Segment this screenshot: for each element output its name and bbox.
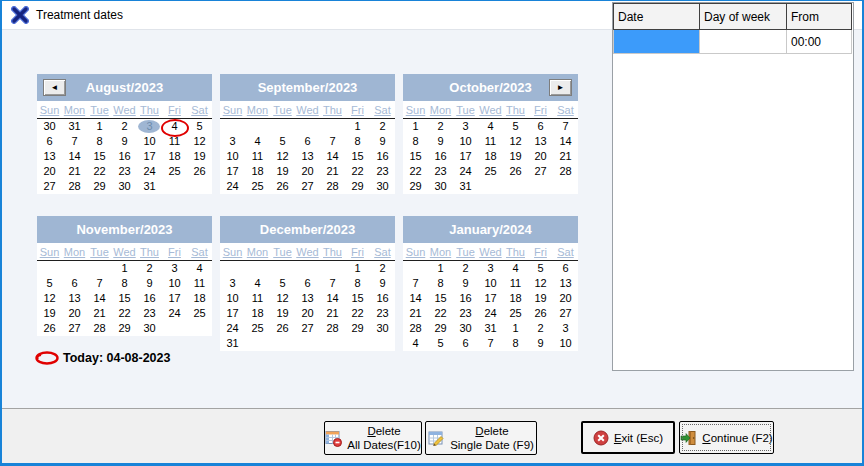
calendar-day[interactable]: 30: [428, 179, 453, 194]
calendar-day[interactable]: 8: [87, 134, 112, 149]
calendar-day[interactable]: 3: [137, 119, 162, 134]
calendar-day[interactable]: 30: [112, 179, 137, 194]
calendar-day[interactable]: 15: [345, 291, 370, 306]
calendar-day[interactable]: 24: [137, 164, 162, 179]
calendar-day[interactable]: 12: [503, 134, 528, 149]
calendar-day[interactable]: 24: [162, 306, 187, 321]
calendar-day[interactable]: 5: [428, 336, 453, 351]
calendar-day[interactable]: 14: [553, 134, 578, 149]
calendar-day[interactable]: 17: [137, 149, 162, 164]
calendar-day[interactable]: 20: [37, 164, 62, 179]
calendar-day[interactable]: 11: [187, 276, 212, 291]
calendar-day[interactable]: 20: [62, 306, 87, 321]
calendar-day[interactable]: 26: [270, 179, 295, 194]
calendar-day[interactable]: 13: [37, 149, 62, 164]
calendar-day[interactable]: 8: [345, 134, 370, 149]
calendar-day[interactable]: 12: [270, 291, 295, 306]
calendar-day[interactable]: 5: [503, 119, 528, 134]
calendar-day[interactable]: 27: [295, 179, 320, 194]
calendar-day[interactable]: 3: [220, 276, 245, 291]
calendar-day[interactable]: 3: [553, 321, 578, 336]
calendar-day[interactable]: 7: [320, 276, 345, 291]
calendar-day[interactable]: 27: [62, 321, 87, 336]
date-cell-selected[interactable]: [614, 30, 700, 54]
day-of-week-cell[interactable]: [700, 30, 787, 54]
calendar-day[interactable]: 1: [428, 261, 453, 276]
calendar-day[interactable]: 22: [345, 164, 370, 179]
calendar-day[interactable]: 22: [345, 306, 370, 321]
calendar-day[interactable]: 25: [187, 306, 212, 321]
calendar-day[interactable]: 19: [270, 306, 295, 321]
calendar-day[interactable]: 23: [137, 306, 162, 321]
calendar-day[interactable]: 9: [428, 134, 453, 149]
calendar-day[interactable]: 3: [162, 261, 187, 276]
calendar-day[interactable]: 2: [112, 119, 137, 134]
calendar-day[interactable]: 31: [478, 321, 503, 336]
calendar-day[interactable]: 4: [503, 261, 528, 276]
calendar-day[interactable]: 11: [245, 291, 270, 306]
calendar-day[interactable]: 30: [453, 321, 478, 336]
calendar-day[interactable]: 9: [528, 336, 553, 351]
calendar-day[interactable]: 11: [162, 134, 187, 149]
calendar-day[interactable]: 23: [428, 164, 453, 179]
calendar-day[interactable]: 13: [295, 291, 320, 306]
exit-button[interactable]: Exit (Esc): [581, 421, 675, 454]
calendar-day[interactable]: 1: [403, 119, 428, 134]
calendar-day[interactable]: 4: [245, 134, 270, 149]
calendar-day[interactable]: 2: [428, 119, 453, 134]
calendar-day[interactable]: 6: [553, 261, 578, 276]
calendar-day[interactable]: 18: [245, 306, 270, 321]
calendar-day[interactable]: 8: [428, 276, 453, 291]
calendar-day[interactable]: 29: [345, 321, 370, 336]
calendar-day[interactable]: 17: [220, 306, 245, 321]
calendar-day[interactable]: 14: [320, 149, 345, 164]
calendar-day[interactable]: 14: [320, 291, 345, 306]
calendar-day[interactable]: 18: [162, 149, 187, 164]
calendar-day[interactable]: 28: [553, 164, 578, 179]
calendar-day[interactable]: 23: [370, 306, 395, 321]
calendar-day[interactable]: 10: [137, 134, 162, 149]
delete-all-dates-button[interactable]: Delete All Dates(F10): [324, 421, 422, 455]
calendar-day[interactable]: 16: [428, 149, 453, 164]
calendar-day[interactable]: 8: [112, 276, 137, 291]
calendar-day[interactable]: 15: [403, 149, 428, 164]
calendar-day[interactable]: 4: [162, 119, 187, 134]
calendar-day[interactable]: 8: [503, 336, 528, 351]
calendar-day[interactable]: 14: [87, 291, 112, 306]
calendar-day[interactable]: 18: [187, 291, 212, 306]
calendar-day[interactable]: 10: [478, 276, 503, 291]
calendar-day[interactable]: 29: [403, 179, 428, 194]
calendar-day[interactable]: 20: [295, 306, 320, 321]
calendar-day[interactable]: 26: [37, 321, 62, 336]
calendar-day[interactable]: 31: [62, 119, 87, 134]
calendar-day[interactable]: 2: [453, 261, 478, 276]
calendar-day[interactable]: 6: [295, 276, 320, 291]
calendar-day[interactable]: 16: [370, 291, 395, 306]
calendar-day[interactable]: 19: [187, 149, 212, 164]
calendar-day[interactable]: 20: [295, 164, 320, 179]
calendar-day[interactable]: 29: [112, 321, 137, 336]
calendar-day[interactable]: 30: [37, 119, 62, 134]
calendar-day[interactable]: 8: [403, 134, 428, 149]
calendar-day[interactable]: 7: [403, 276, 428, 291]
calendar-day[interactable]: 4: [478, 119, 503, 134]
calendar-day[interactable]: 5: [270, 134, 295, 149]
calendar-day[interactable]: 25: [245, 321, 270, 336]
calendar-day[interactable]: 29: [428, 321, 453, 336]
calendar-day[interactable]: 30: [137, 321, 162, 336]
calendar-day[interactable]: 7: [87, 276, 112, 291]
calendar-day[interactable]: 25: [245, 179, 270, 194]
calendar-day[interactable]: 25: [503, 306, 528, 321]
from-cell[interactable]: 00:00: [787, 30, 852, 54]
calendar-day[interactable]: 13: [62, 291, 87, 306]
calendar-day[interactable]: 28: [320, 321, 345, 336]
calendar-day[interactable]: 17: [162, 291, 187, 306]
calendar-day[interactable]: 22: [403, 164, 428, 179]
calendar-day[interactable]: 19: [37, 306, 62, 321]
calendar-day[interactable]: 3: [478, 261, 503, 276]
calendar-day[interactable]: 1: [345, 119, 370, 134]
calendar-day[interactable]: 4: [187, 261, 212, 276]
calendar-day[interactable]: 5: [37, 276, 62, 291]
calendar-day[interactable]: 10: [220, 291, 245, 306]
calendar-day[interactable]: 15: [428, 291, 453, 306]
